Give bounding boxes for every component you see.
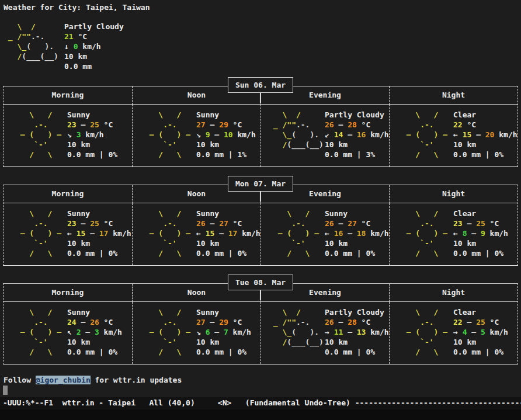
precipitation: 0.0 mm | 0%: [453, 150, 517, 159]
text-cursor: [3, 386, 8, 395]
period-header-night: Night: [389, 86, 517, 105]
visibility: 10 km: [453, 140, 517, 150]
wind-info: → 4 – 5 km/h: [453, 327, 508, 337]
wind-info: ← 15 – 20 km/h: [453, 130, 517, 140]
partly-cloudy-art-icon: \ / _ /"".-. \_( ). /(___(__): [4, 22, 64, 71]
period-header-morning: Morning: [4, 185, 132, 203]
temp-range: 26 – 28 °C: [325, 120, 389, 130]
sunny-art-icon: \ / .-. ― ( ) ― `-' / \: [397, 209, 453, 258]
forecast-day: Tue 08. MarMorningNoonEveningNight \ / .…: [3, 275, 518, 365]
cell-details: Sunny27 – 29 °C↘ 6 – 7 km/h10 km0.0 mm |…: [196, 307, 251, 357]
wind-info: ↓ 0 km/h: [64, 41, 124, 51]
twitter-handle-link[interactable]: @igor_chubin: [36, 376, 91, 384]
temp-range: 26 – 27 °C: [325, 218, 389, 228]
forecast-cell-night: \ / .-. ― ( ) ― `-' / \Clear23 – 25 °C← …: [389, 203, 517, 265]
precipitation: 0.0 mm | 0%: [196, 248, 260, 258]
partly-cloudy-art-icon: \ / _ /"".-. \_( ). /(___(__): [269, 110, 325, 159]
temp-range: 24 – 26 °C: [67, 317, 122, 327]
visibility: 10 km: [67, 337, 122, 347]
cell-details: Clear22 °C← 15 – 20 km/h10 km0.0 mm | 0%: [453, 110, 517, 159]
visibility: 10 km: [325, 238, 389, 248]
echo-area[interactable]: [0, 409, 521, 420]
cell-details: Clear22 – 25 °C→ 4 – 5 km/h10 km0.0 mm |…: [453, 307, 508, 357]
condition-label: Sunny: [67, 307, 122, 317]
forecast-cell-evening: \ / _ /"".-. \_( ). /(___(__) Partly Clo…: [260, 105, 389, 166]
cell-details: Partly Cloudy26 – 28 °C↙ 14 – 16 km/h10 …: [325, 110, 389, 159]
date-box: Mon 07. Mar: [228, 176, 293, 192]
condition-label: Sunny: [67, 110, 117, 120]
visibility: 10 km: [196, 238, 260, 248]
temp-range: 26 – 28 °C: [325, 317, 389, 327]
sunny-art-icon: \ / .-. ― ( ) ― `-' / \: [140, 307, 196, 357]
sunny-art-icon: \ / .-. ― ( ) ― `-' / \: [140, 110, 196, 159]
forecast-day: Sun 06. MarMorningNoonEveningNight \ / .…: [3, 77, 518, 167]
visibility: 10 km: [453, 238, 508, 248]
temp-range: 23 – 25 °C: [67, 218, 131, 228]
wttr-buffer[interactable]: Weather for City: Taipei, Taiwan \ / _ /…: [0, 0, 521, 398]
precipitation: 0.0 mm | 0%: [453, 248, 508, 258]
visibility: 10 km: [67, 140, 117, 150]
visibility: 10 km: [67, 238, 131, 248]
cell-details: Partly Cloudy26 – 28 °C→ 11 – 13 km/h10 …: [325, 307, 389, 357]
sunny-art-icon: \ / .-. ― ( ) ― `-' / \: [269, 209, 325, 258]
temp-range: 23 – 25 °C: [67, 120, 117, 130]
footer-prefix: Follow: [4, 376, 36, 384]
wind-info: ← 15 – 17 km/h: [67, 228, 131, 238]
precipitation: 0.0 mm | 1%: [196, 150, 256, 159]
precipitation: 0.0 mm | 0%: [67, 347, 122, 357]
wind-info: ↖ 2 – 3 km/h: [67, 327, 122, 337]
forecast-cell-noon: \ / .-. ― ( ) ― `-' / \Sunny27 – 29 °C↘ …: [132, 302, 260, 364]
condition-label: Partly Cloudy: [325, 307, 389, 317]
condition-label: Partly Cloudy: [64, 22, 124, 32]
visibility: 10 km: [196, 337, 251, 347]
temp-range: 23 – 25 °C: [453, 218, 508, 228]
cell-details: Sunny24 – 26 °C↖ 2 – 3 km/h10 km0.0 mm |…: [67, 307, 122, 357]
date-label: Mon 07. Mar: [235, 179, 286, 188]
condition-label: Clear: [453, 209, 508, 218]
footer-suffix: for wttr.in updates: [91, 376, 182, 384]
cell-details: Sunny27 – 29 °C↘ 9 – 10 km/h10 km0.0 mm …: [196, 110, 256, 159]
period-header-night: Night: [389, 284, 517, 302]
precipitation: 0.0 mm | 3%: [325, 150, 389, 159]
forecast-cell-morning: \ / .-. ― ( ) ― `-' / \Sunny23 – 25 °C← …: [4, 203, 132, 265]
temp-range: 22 – 25 °C: [453, 317, 508, 327]
temp-range: 27 – 29 °C: [196, 317, 251, 327]
forecast-cell-night: \ / .-. ― ( ) ― `-' / \Clear22 °C← 15 – …: [389, 105, 517, 166]
date-box: Sun 06. Mar: [228, 77, 293, 93]
forecast-cell-morning: \ / .-. ― ( ) ― `-' / \Sunny23 – 25 °C↘ …: [4, 105, 132, 166]
wind-info: ↙ 14 – 16 km/h: [325, 130, 389, 140]
temp-range: 26 – 27 °C: [196, 218, 260, 228]
date-box: Tue 08. Mar: [228, 275, 293, 290]
condition-label: Sunny: [196, 209, 260, 218]
period-header-morning: Morning: [4, 86, 132, 105]
visibility: 10 km: [325, 140, 389, 150]
sunny-art-icon: \ / .-. ― ( ) ― `-' / \: [11, 209, 67, 258]
temp-range: 21 °C: [64, 32, 124, 41]
wind-info: → 11 – 13 km/h: [325, 327, 389, 337]
cell-details: Sunny26 – 27 °C← 16 – 18 km/h10 km0.0 mm…: [325, 209, 389, 258]
current-details: Partly Cloudy21 °C↓ 0 km/h10 km0.0 mm: [64, 22, 124, 71]
page-title: Weather for City: Taipei, Taiwan: [0, 0, 521, 12]
period-header-morning: Morning: [4, 284, 132, 302]
partly-cloudy-art-icon: \ / _ /"".-. \_( ). /(___(__): [269, 307, 325, 357]
date-label: Sun 06. Mar: [235, 81, 286, 89]
visibility: 10 km: [325, 337, 389, 347]
forecast-day: Mon 07. MarMorningNoonEveningNight \ / .…: [3, 176, 518, 266]
temp-range: 22 °C: [453, 120, 517, 130]
cell-details: Sunny23 – 25 °C↘ 3 km/h10 km0.0 mm | 0%: [67, 110, 117, 159]
precipitation: 0.0 mm | 0%: [67, 150, 117, 159]
condition-label: Sunny: [67, 209, 131, 218]
sunny-art-icon: \ / .-. ― ( ) ― `-' / \: [140, 209, 196, 258]
cell-details: Sunny26 – 27 °C← 15 – 17 km/h10 km0.0 mm…: [196, 209, 260, 258]
current-conditions: \ / _ /"".-. \_( ). /(___(__) Partly Clo…: [4, 22, 521, 71]
sunny-art-icon: \ / .-. ― ( ) ― `-' / \: [11, 307, 67, 357]
emacs-modeline[interactable]: -UUU:%*--F1 wttr.in - Taipei All (40,0) …: [0, 397, 521, 409]
cell-details: Sunny23 – 25 °C← 15 – 17 km/h10 km0.0 mm…: [67, 209, 131, 258]
forecast-cell-evening: \ / .-. ― ( ) ― `-' / \Sunny26 – 27 °C← …: [260, 203, 389, 265]
condition-label: Partly Cloudy: [325, 110, 389, 120]
footer-line: Follow @igor_chubin for wttr.in updates: [4, 375, 521, 385]
condition-label: Sunny: [325, 209, 389, 218]
date-label: Tue 08. Mar: [235, 278, 286, 287]
wind-info: ↘ 6 – 7 km/h: [196, 327, 251, 337]
precipitation: 0.0 mm | 0%: [67, 248, 131, 258]
